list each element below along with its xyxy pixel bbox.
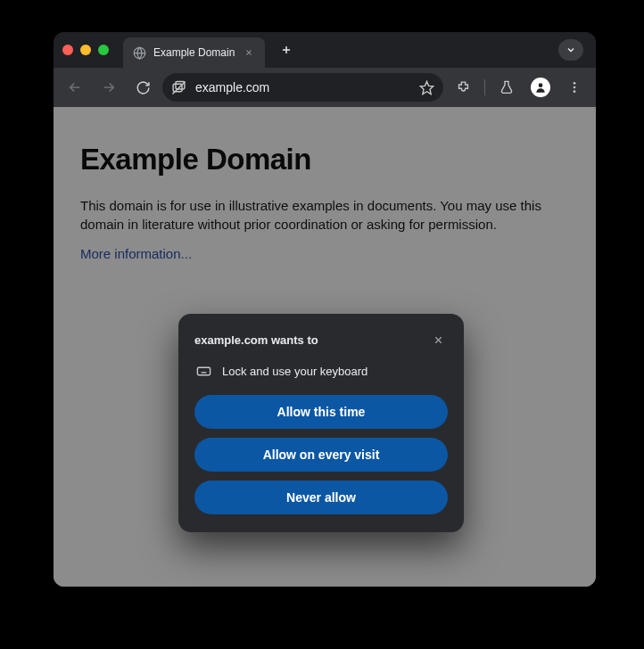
titlebar: Example Domain [54, 32, 596, 68]
back-button[interactable] [61, 73, 89, 102]
toolbar-separator [484, 79, 485, 95]
profile-button[interactable] [526, 73, 555, 102]
permission-dialog: example.com wants to Lock and use your k… [178, 314, 464, 532]
window-fullscreen-button[interactable] [98, 45, 109, 55]
new-tab-button[interactable] [274, 37, 299, 62]
site-badge-icon[interactable] [171, 80, 186, 95]
browser-window: Example Domain [54, 32, 596, 587]
never-allow-button[interactable]: Never allow [194, 481, 448, 514]
extensions-button[interactable] [449, 73, 477, 102]
permission-title: example.com wants to [194, 333, 318, 347]
svg-rect-9 [197, 367, 210, 375]
svg-line-3 [172, 81, 185, 94]
globe-icon [132, 45, 146, 60]
permission-close-button[interactable] [428, 330, 448, 349]
menu-button[interactable] [560, 73, 589, 102]
tab-title: Example Domain [153, 46, 235, 59]
tab-close-button[interactable] [242, 45, 256, 60]
keyboard-icon [196, 364, 211, 379]
permission-reason-text: Lock and use your keyboard [222, 365, 367, 378]
window-close-button[interactable] [62, 45, 73, 55]
svg-point-7 [574, 86, 576, 89]
forward-button[interactable] [95, 73, 123, 102]
tab-search-button[interactable] [558, 39, 583, 61]
allow-this-time-button[interactable]: Allow this time [194, 395, 448, 429]
permission-header: example.com wants to [194, 330, 448, 349]
reload-button[interactable] [128, 73, 157, 102]
url-text: example.com [195, 80, 410, 94]
content-area: Example Domain This domain is for use in… [54, 107, 596, 587]
svg-point-8 [574, 90, 576, 93]
toolbar: example.com [54, 68, 596, 107]
address-bar[interactable]: example.com [162, 73, 443, 102]
allow-every-visit-button[interactable]: Allow on every visit [194, 438, 448, 472]
svg-marker-4 [420, 81, 433, 94]
traffic-lights [62, 45, 109, 55]
labs-button[interactable] [492, 73, 521, 102]
permission-reason-row: Lock and use your keyboard [194, 364, 448, 379]
bookmark-star-icon[interactable] [419, 80, 434, 95]
window-minimize-button[interactable] [80, 45, 91, 55]
browser-tab[interactable]: Example Domain [123, 37, 265, 68]
svg-point-5 [539, 83, 543, 87]
svg-point-6 [574, 82, 576, 85]
